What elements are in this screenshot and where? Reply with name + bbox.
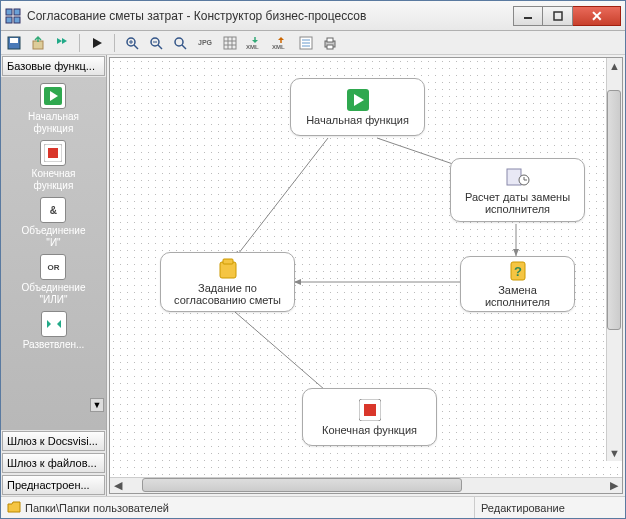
node-end[interactable]: Конечная функция <box>302 388 437 446</box>
branch-icon <box>41 311 67 337</box>
palette-panel: Начальная функция Конечная функция & Объ… <box>1 77 106 430</box>
palette-item-or[interactable]: OR Объединение "ИЛИ" <box>22 252 86 307</box>
svg-text:XML: XML <box>246 44 259 50</box>
task-icon <box>216 258 240 280</box>
start-icon <box>40 83 66 109</box>
end-icon <box>358 398 382 422</box>
zoom-in-icon[interactable] <box>123 34 141 52</box>
svg-rect-3 <box>14 17 20 23</box>
run-all-icon[interactable] <box>53 34 71 52</box>
node-start[interactable]: Начальная функция <box>290 78 425 136</box>
svg-marker-10 <box>62 38 67 44</box>
svg-rect-5 <box>554 12 562 20</box>
zoom-out-icon[interactable] <box>147 34 165 52</box>
node-label: Начальная функция <box>306 114 409 126</box>
and-icon: & <box>40 197 66 223</box>
zoom-fit-icon[interactable] <box>171 34 189 52</box>
svg-marker-11 <box>93 38 102 48</box>
palette-scroll-down[interactable]: ▼ <box>90 398 104 412</box>
sidebar-btn-files[interactable]: Шлюз к файлов... <box>2 453 105 473</box>
palette-item-start[interactable]: Начальная функция <box>28 81 79 136</box>
svg-marker-9 <box>57 38 62 44</box>
import-xml-icon[interactable]: XML <box>245 34 265 52</box>
svg-line-47 <box>235 312 332 396</box>
process-canvas[interactable]: Начальная функция Расчет даты замены исп… <box>110 58 622 477</box>
svg-text:XML: XML <box>272 44 285 50</box>
or-icon: OR <box>40 254 66 280</box>
node-label: Конечная функция <box>322 424 417 436</box>
palette-header-basic[interactable]: Базовые функц... <box>2 56 105 76</box>
sidebar-btn-preset[interactable]: Преднастроен... <box>2 475 105 495</box>
start-icon <box>346 88 370 112</box>
sidebar-btn-docsvision[interactable]: Шлюз к Docsvisi... <box>2 431 105 451</box>
palette-item-end[interactable]: Конечная функция <box>32 138 76 193</box>
svg-marker-41 <box>47 320 51 328</box>
status-path: Папки\Папки пользователей <box>1 497 175 518</box>
close-button[interactable]: ✕ <box>573 6 621 26</box>
app-icon <box>5 8 21 24</box>
canvas-scrollbar-vertical[interactable]: ▲ ▼ <box>606 58 622 461</box>
palette-item-and[interactable]: & Объединение "И" <box>22 195 86 250</box>
help-icon: ? <box>506 260 530 282</box>
node-task[interactable]: Задание по согласованию сметы <box>160 252 295 312</box>
svg-rect-1 <box>14 9 20 15</box>
node-label: Расчет даты замены исполнителя <box>459 191 576 215</box>
svg-rect-50 <box>507 169 521 185</box>
svg-rect-2 <box>6 17 12 23</box>
canvas-scrollbar-horizontal[interactable]: ◀ ▶ <box>110 477 622 493</box>
titlebar[interactable]: Согласование сметы затрат - Конструктор … <box>1 1 625 31</box>
node-label: Замена исполнителя <box>469 284 566 308</box>
svg-marker-29 <box>278 37 284 40</box>
svg-line-44 <box>235 138 328 258</box>
end-icon <box>40 140 66 166</box>
svg-rect-7 <box>10 38 18 43</box>
status-mode: Редактирование <box>475 497 625 518</box>
svg-rect-0 <box>6 9 12 15</box>
folder-icon <box>7 501 21 515</box>
canvas-container: Начальная функция Расчет даты замены исп… <box>109 57 623 494</box>
palette-sidebar: Базовые функц... Начальная функция Конеч… <box>1 55 107 496</box>
export-icon[interactable] <box>29 34 47 52</box>
status-bar: Папки\Папки пользователей Редактирование <box>1 496 625 518</box>
svg-rect-36 <box>327 45 333 49</box>
svg-rect-8 <box>33 41 43 49</box>
svg-marker-42 <box>57 320 61 328</box>
main-toolbar: JPG XML XML <box>1 31 625 55</box>
export-jpg-icon[interactable]: JPG <box>195 34 215 52</box>
grid-toggle-icon[interactable] <box>221 34 239 52</box>
svg-rect-59 <box>364 404 376 416</box>
svg-line-17 <box>158 45 162 49</box>
script-clock-icon <box>506 165 530 189</box>
minimize-button[interactable] <box>513 6 543 26</box>
svg-rect-55 <box>223 259 233 264</box>
app-window: Согласование сметы затрат - Конструктор … <box>0 0 626 519</box>
node-calc[interactable]: Расчет даты замены исполнителя <box>450 158 585 222</box>
print-icon[interactable] <box>321 34 339 52</box>
window-title: Согласование сметы затрат - Конструктор … <box>27 9 513 23</box>
svg-rect-40 <box>48 148 58 158</box>
save-icon[interactable] <box>5 34 23 52</box>
form-icon[interactable] <box>297 34 315 52</box>
svg-marker-27 <box>252 40 258 43</box>
palette-item-branch[interactable]: Разветвлен... <box>23 309 85 353</box>
play-icon[interactable] <box>88 34 106 52</box>
node-replace[interactable]: ? Замена исполнителя <box>460 256 575 312</box>
svg-rect-35 <box>327 38 333 42</box>
svg-line-13 <box>134 45 138 49</box>
node-label: Задание по согласованию сметы <box>169 282 286 306</box>
maximize-button[interactable] <box>543 6 573 26</box>
svg-line-20 <box>182 45 186 49</box>
svg-rect-21 <box>224 37 236 49</box>
svg-point-19 <box>175 38 183 46</box>
svg-text:?: ? <box>514 264 522 279</box>
export-xml-icon[interactable]: XML <box>271 34 291 52</box>
